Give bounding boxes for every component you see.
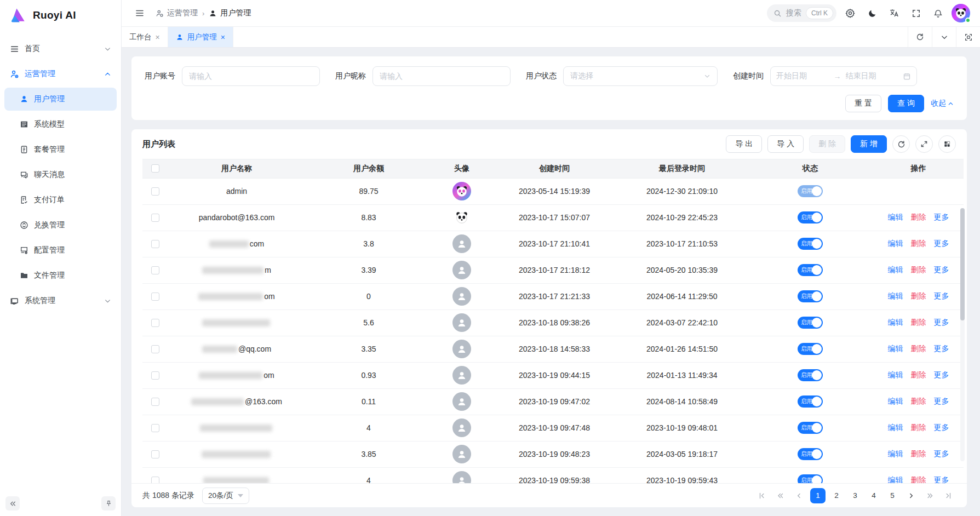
edit-link[interactable]: 编辑 <box>888 318 903 328</box>
more-link[interactable]: 更多 <box>934 213 949 222</box>
page-button-4[interactable]: 4 <box>866 488 881 503</box>
breadcrumb-parent[interactable]: 运营管理 <box>156 8 198 18</box>
status-toggle[interactable]: 启用 <box>798 185 823 197</box>
brand-logo[interactable]: Ruoyi AI <box>0 0 121 31</box>
sidebar-item-chat-messages[interactable]: 聊天消息 <box>4 163 117 186</box>
refresh-icon[interactable] <box>908 27 932 47</box>
page-button-1[interactable]: 1 <box>810 488 826 503</box>
status-toggle[interactable]: 启用 <box>798 290 823 302</box>
more-link[interactable]: 更多 <box>934 449 949 459</box>
row-checkbox[interactable] <box>151 240 159 248</box>
row-checkbox[interactable] <box>151 398 159 406</box>
row-checkbox[interactable] <box>151 214 159 222</box>
more-link[interactable]: 更多 <box>934 291 949 301</box>
refresh-icon[interactable] <box>892 135 910 153</box>
jump-forward-button[interactable] <box>922 488 937 503</box>
status-toggle[interactable]: 启用 <box>798 211 823 223</box>
edit-link[interactable]: 编辑 <box>888 423 903 433</box>
more-link[interactable]: 更多 <box>934 265 949 275</box>
row-checkbox[interactable] <box>151 477 159 483</box>
edit-link[interactable]: 编辑 <box>888 397 903 406</box>
collapse-filter-link[interactable]: 收起 <box>931 99 954 108</box>
add-button[interactable]: 新 增 <box>851 135 887 153</box>
more-link[interactable]: 更多 <box>934 423 949 433</box>
prev-page-button[interactable] <box>792 488 807 503</box>
edit-link[interactable]: 编辑 <box>888 449 903 459</box>
status-select[interactable]: 请选择 <box>563 66 718 86</box>
sidebar-item-home[interactable]: 首页 <box>4 37 117 60</box>
more-link[interactable]: 更多 <box>934 239 949 249</box>
column-settings-icon[interactable] <box>938 135 956 153</box>
sidebar-item-user-management[interactable]: 用户管理 <box>4 88 117 111</box>
page-button-3[interactable]: 3 <box>847 488 863 503</box>
search-button[interactable]: 查 询 <box>888 95 924 112</box>
sidebar-item-operations[interactable]: 运营管理 <box>4 62 117 85</box>
edit-link[interactable]: 编辑 <box>888 213 903 222</box>
sidebar-item-file-management[interactable]: 文件管理 <box>4 264 117 287</box>
fullscreen-table-icon[interactable] <box>915 135 933 153</box>
sidebar-item-exchange-management[interactable]: 兑换管理 <box>4 214 117 237</box>
export-button[interactable]: 导 出 <box>726 135 762 153</box>
global-search[interactable]: 搜索 Ctrl K <box>767 4 836 22</box>
row-checkbox[interactable] <box>151 424 159 432</box>
status-toggle[interactable]: 启用 <box>798 317 823 329</box>
menu-toggle-icon[interactable] <box>131 5 148 21</box>
account-input[interactable] <box>182 66 320 86</box>
dark-mode-moon-icon[interactable] <box>864 5 880 21</box>
row-checkbox[interactable] <box>151 187 159 196</box>
row-checkbox[interactable] <box>151 450 159 458</box>
status-toggle[interactable]: 启用 <box>798 238 823 250</box>
status-toggle[interactable]: 启用 <box>798 264 823 276</box>
edit-link[interactable]: 编辑 <box>888 344 903 354</box>
tab-user-management[interactable]: 用户管理 <box>168 27 233 47</box>
more-link[interactable]: 更多 <box>934 318 949 328</box>
import-button[interactable]: 导 入 <box>767 135 804 153</box>
status-toggle[interactable]: 启用 <box>798 448 823 460</box>
row-checkbox[interactable] <box>151 371 159 380</box>
sidebar-item-system[interactable]: 系统管理 <box>4 289 117 312</box>
settings-gear-icon[interactable] <box>842 5 858 21</box>
sidebar-item-system-model[interactable]: 系统模型 <box>4 113 117 136</box>
reset-button[interactable]: 重 置 <box>845 95 881 112</box>
expand-content-icon[interactable] <box>956 27 980 47</box>
tab-workbench[interactable]: 工作台 <box>122 27 168 47</box>
page-size-select[interactable]: 20条/页 <box>202 488 249 504</box>
delete-link[interactable]: 删除 <box>911 318 926 328</box>
row-checkbox[interactable] <box>151 266 159 274</box>
row-checkbox[interactable] <box>151 345 159 353</box>
delete-link[interactable]: 删除 <box>911 213 926 222</box>
status-toggle[interactable]: 启用 <box>798 343 823 355</box>
edit-link[interactable]: 编辑 <box>888 475 903 483</box>
user-avatar[interactable] <box>952 4 970 22</box>
delete-link[interactable]: 删除 <box>911 370 926 380</box>
row-checkbox[interactable] <box>151 293 159 301</box>
close-icon[interactable] <box>156 33 160 42</box>
jump-back-button[interactable] <box>773 488 788 503</box>
sidebar-item-package-management[interactable]: 套餐管理 <box>4 138 117 161</box>
table-scrollbar[interactable] <box>960 208 965 461</box>
edit-link[interactable]: 编辑 <box>888 239 903 249</box>
sidebar-item-config-management[interactable]: 配置管理 <box>4 239 117 262</box>
select-all-checkbox[interactable] <box>151 164 159 173</box>
last-page-button[interactable] <box>941 488 956 503</box>
scrollbar-thumb[interactable] <box>960 208 965 320</box>
edit-link[interactable]: 编辑 <box>888 265 903 275</box>
delete-link[interactable]: 删除 <box>911 397 926 406</box>
delete-link[interactable]: 删除 <box>911 239 926 249</box>
status-toggle[interactable]: 启用 <box>798 474 823 483</box>
edit-link[interactable]: 编辑 <box>888 291 903 301</box>
more-link[interactable]: 更多 <box>934 397 949 406</box>
pin-icon[interactable] <box>101 496 116 511</box>
more-link[interactable]: 更多 <box>934 344 949 354</box>
delete-button[interactable]: 删 除 <box>809 135 845 153</box>
chevron-down-icon[interactable] <box>932 27 956 47</box>
delete-link[interactable]: 删除 <box>911 344 926 354</box>
delete-link[interactable]: 删除 <box>911 265 926 275</box>
sidebar-collapse-button[interactable] <box>5 496 20 511</box>
delete-link[interactable]: 删除 <box>911 291 926 301</box>
delete-link[interactable]: 删除 <box>911 475 926 483</box>
row-checkbox[interactable] <box>151 319 159 327</box>
date-range-picker[interactable]: 开始日期 → 结束日期 <box>770 66 917 86</box>
more-link[interactable]: 更多 <box>934 475 949 483</box>
status-toggle[interactable]: 启用 <box>798 422 823 434</box>
